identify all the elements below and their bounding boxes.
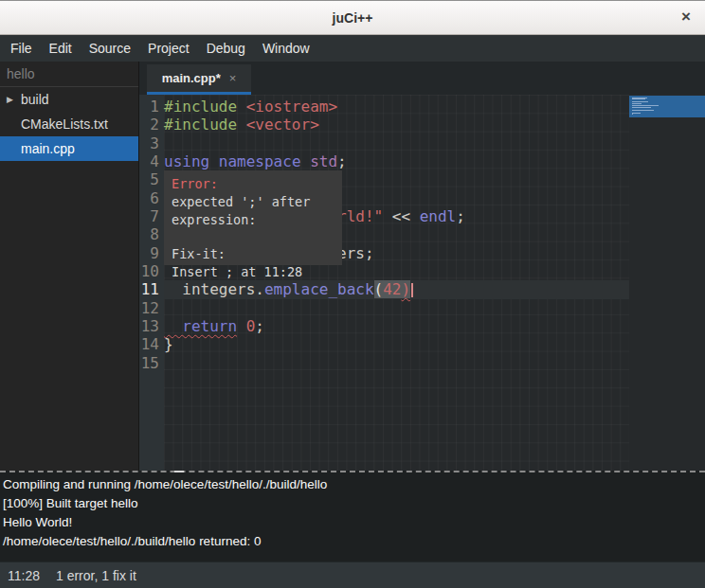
code-line[interactable]: using namespace std; <box>164 152 629 170</box>
tree-item-label: main.cpp <box>21 141 75 156</box>
line-number: 3 <box>139 134 164 152</box>
tooltip-error-label: Error: <box>172 175 334 193</box>
code-token: namespace <box>219 152 301 170</box>
tree-item-build[interactable]: ▶build <box>0 87 138 112</box>
tab-main-cpp[interactable]: main.cpp* × <box>147 64 251 95</box>
window-title: juCi++ <box>0 1 705 35</box>
output-line: Hello World! <box>3 513 705 532</box>
project-sidebar: hello ▶buildCMakeLists.txtmain.cpp <box>0 62 139 471</box>
code-token: << <box>383 207 420 225</box>
code-token: using <box>164 152 209 170</box>
tab-close-icon[interactable]: × <box>229 71 237 85</box>
file-tree: ▶buildCMakeLists.txtmain.cpp <box>0 87 138 161</box>
code-token: return <box>164 317 237 335</box>
code-token <box>209 152 219 170</box>
menu-item-source[interactable]: Source <box>81 35 139 62</box>
source-editor[interactable]: 123456789101112131415 Error: expected ';… <box>139 95 705 471</box>
status-bar: 11:28 1 error, 1 fix it <box>0 561 705 588</box>
code-token: emplace_back <box>264 280 374 298</box>
code-token <box>237 317 246 335</box>
minimap[interactable] <box>629 95 705 471</box>
close-icon[interactable]: × <box>678 1 695 35</box>
tooltip-fixit-label: Fix-it: <box>172 245 334 263</box>
line-number: 1 <box>139 98 164 116</box>
menu-item-edit[interactable]: Edit <box>41 35 81 62</box>
code-token: ) <box>401 280 410 298</box>
line-number-gutter: 123456789101112131415 <box>139 95 164 471</box>
tree-item-main-cpp[interactable]: main.cpp <box>0 136 138 161</box>
menu-item-debug[interactable]: Debug <box>198 35 254 62</box>
expander-icon[interactable]: ▶ <box>7 95 21 104</box>
code-token: <iostream> <box>246 98 337 116</box>
output-line: Compiling and running /home/olece/test/h… <box>3 475 705 494</box>
code-line[interactable] <box>164 354 629 372</box>
output-log: Compiling and running /home/olece/test/h… <box>3 475 705 551</box>
text-caret <box>411 283 413 297</box>
code-line[interactable] <box>164 299 629 317</box>
code-token: <vector> <box>246 116 319 134</box>
project-name-header: hello <box>0 62 138 87</box>
menu-bar: FileEditSourceProjectDebugWindow <box>0 35 705 62</box>
cursor-position-label: 11:28 <box>8 568 40 583</box>
code-line[interactable]: return 0; <box>164 317 629 335</box>
code-token: ; <box>337 152 347 170</box>
code-token <box>301 152 311 170</box>
minimap-code-line <box>632 110 654 111</box>
tooltip-error-text: expected ';' after expression: <box>172 193 334 229</box>
title-bar: juCi++ × <box>0 0 705 35</box>
output-line: /home/olece/test/hello/./build/hello ret… <box>3 532 705 551</box>
line-number: 14 <box>139 335 164 353</box>
tree-item-cmakelists-txt[interactable]: CMakeLists.txt <box>0 112 138 136</box>
tree-item-label: build <box>21 92 49 107</box>
diagnostic-tooltip: Error: expected ';' after expression: Fi… <box>164 170 342 265</box>
output-line: [100%] Built target hello <box>3 494 705 513</box>
minimap-code-line <box>632 113 641 114</box>
line-number: 8 <box>139 225 164 243</box>
line-number: 13 <box>139 317 164 335</box>
code-token: endl <box>420 207 457 225</box>
editor-column: main.cpp* × 123456789101112131415 Error:… <box>139 62 705 471</box>
line-number: 6 <box>139 189 164 207</box>
tab-bar: main.cpp* × <box>139 62 705 95</box>
minimap-code-line <box>632 101 648 102</box>
code-token: #include <box>164 116 246 134</box>
code-token: ; <box>255 317 264 335</box>
line-number: 5 <box>139 170 164 188</box>
minimap-code-line <box>632 107 651 108</box>
line-number: 12 <box>139 299 164 317</box>
code-token: integers. <box>164 280 264 298</box>
code-token: } <box>164 335 173 353</box>
line-number: 11 <box>139 280 164 298</box>
code-token: 42 <box>383 280 401 298</box>
minimap-code-line <box>632 98 645 99</box>
code-line[interactable]: #include <vector> <box>164 116 629 134</box>
code-line[interactable]: } <box>164 335 629 353</box>
minimap-viewport[interactable] <box>629 96 705 117</box>
minimap-code-line <box>632 114 633 115</box>
line-number: 2 <box>139 116 164 134</box>
code-line[interactable] <box>164 134 629 152</box>
code-token: std <box>310 152 337 170</box>
main-area: hello ▶buildCMakeLists.txtmain.cpp main.… <box>0 62 705 471</box>
line-number: 15 <box>139 354 164 372</box>
code-token: 0 <box>246 317 256 335</box>
line-number: 10 <box>139 262 164 280</box>
code-line[interactable]: integers.emplace_back(42) <box>164 280 629 298</box>
code-token: #include <box>164 98 246 116</box>
menu-item-window[interactable]: Window <box>254 35 318 62</box>
tab-label: main.cpp* <box>162 71 221 85</box>
menu-item-file[interactable]: File <box>2 35 41 62</box>
splitter-grip[interactable] <box>174 471 184 472</box>
line-number: 4 <box>139 152 164 170</box>
menu-item-project[interactable]: Project <box>139 35 198 62</box>
diagnostics-label: 1 error, 1 fix it <box>56 568 136 583</box>
code-line[interactable]: #include <iostream> <box>164 98 629 116</box>
code-token: ( <box>374 280 384 298</box>
code-token: ; <box>456 207 465 225</box>
line-number: 9 <box>139 244 164 262</box>
output-panel: Compiling and running /home/olece/test/h… <box>0 471 705 561</box>
tree-item-label: CMakeLists.txt <box>21 116 108 132</box>
minimap-code-line <box>632 105 659 106</box>
line-number: 7 <box>139 207 164 225</box>
code-area[interactable]: Error: expected ';' after expression: Fi… <box>164 95 629 471</box>
